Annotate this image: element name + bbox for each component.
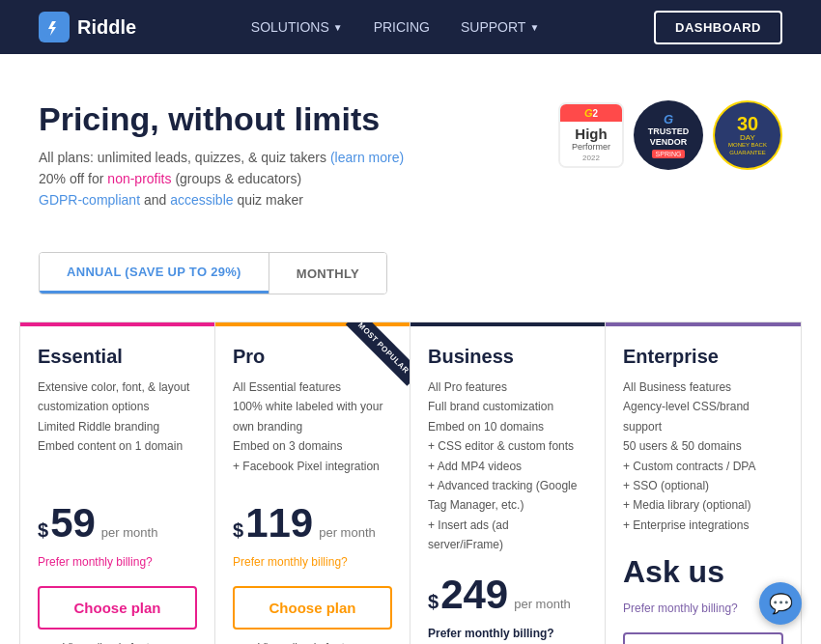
pricing-cards: Essential Extensive color, font, & layou… (19, 322, 802, 644)
money-back-badge: 30 DAY MONEY BACKGUARANTEE (713, 100, 782, 170)
pro-prefer: Prefer monthly billing? (233, 555, 392, 573)
business-period: per month (514, 597, 571, 611)
enterprise-features: All Business features Agency-level CSS/b… (623, 378, 783, 535)
nav-links: SOLUTIONS ▼ PRICING SUPPORT ▼ (251, 19, 540, 35)
enterprise-title: Enterprise (623, 346, 783, 368)
hero-tagline: All plans: unlimited leads, quizzes, & q… (39, 150, 404, 165)
hero-gdpr: GDPR-compliant and accessible quiz maker (39, 192, 404, 208)
essential-amount: 59 (50, 503, 96, 544)
essential-choose-button[interactable]: Choose plan (38, 586, 197, 630)
pro-card: MOST POPULAR Pro All Essential features … (215, 322, 410, 644)
solutions-caret: ▼ (333, 22, 343, 33)
pro-choose-button[interactable]: Choose plan (233, 586, 392, 630)
enterprise-contact-button[interactable]: Contact us (623, 632, 783, 644)
most-popular-label: MOST POPULAR (346, 322, 410, 386)
tv-g-letter: G (664, 112, 673, 126)
pro-dollar: $ (233, 519, 243, 542)
business-dollar: $ (428, 591, 439, 613)
chat-icon: 💬 (769, 592, 793, 615)
essential-title: Essential (38, 346, 197, 368)
support-caret: ▼ (529, 22, 539, 33)
essential-dollar: $ (38, 519, 48, 542)
most-popular-ribbon: MOST POPULAR (340, 322, 410, 392)
business-amount: 249 (440, 574, 508, 615)
money-guarantee-label: MONEY BACKGUARANTEE (728, 142, 767, 155)
logo[interactable]: Riddle (39, 12, 136, 42)
essential-bar (20, 322, 214, 326)
essential-prefer: Prefer monthly billing? (38, 555, 197, 573)
hero-discount: 20% off for non-profits (groups & educat… (39, 171, 404, 186)
pro-amount: 119 (245, 503, 313, 544)
hero-title: Pricing, without limits (39, 100, 404, 138)
g2-badge: G2 High Performer 2022 (558, 102, 624, 168)
pricing-section: Essential Extensive color, font, & layou… (0, 322, 821, 644)
g2-high-label: High (566, 126, 616, 142)
hero-section: Pricing, without limits All plans: unlim… (0, 54, 821, 233)
business-bar (410, 322, 605, 326)
navbar: Riddle SOLUTIONS ▼ PRICING SUPPORT ▼ DAS… (0, 0, 821, 54)
essential-card: Essential Extensive color, font, & layou… (20, 322, 215, 644)
essential-price: $ 59 per month (38, 503, 197, 544)
business-card: Business All Pro features Full brand cus… (410, 322, 606, 644)
enterprise-price: Ask us (623, 554, 783, 590)
chat-bubble[interactable]: 💬 (759, 582, 802, 625)
nav-support[interactable]: SUPPORT ▼ (461, 19, 539, 35)
nav-pricing[interactable]: PRICING (374, 19, 430, 35)
business-prefer: Prefer monthly billing? (428, 627, 587, 644)
billing-tabs: ANNUAL (SAVE UP TO 29%) MONTHLY (39, 252, 387, 294)
pro-features: All Essential features 100% white labele… (233, 378, 392, 484)
dashboard-button[interactable]: DASHBOARD (654, 11, 782, 44)
billing-tabs-section: ANNUAL (SAVE UP TO 29%) MONTHLY (0, 233, 821, 322)
business-price: $ 249 per month (428, 574, 587, 615)
trusted-vendor-badge: G TRUSTEDVENDOR SPRING (634, 100, 703, 170)
essential-features: Extensive color, font, & layout customiz… (38, 378, 197, 484)
hero-text: Pricing, without limits All plans: unlim… (39, 100, 404, 213)
spring-badge: SPRING (652, 150, 686, 158)
logo-text: Riddle (77, 16, 136, 39)
business-features: All Pro features Full brand customizatio… (428, 378, 587, 555)
logo-icon (39, 12, 70, 42)
pro-price: $ 119 per month (233, 503, 392, 544)
trusted-label: TRUSTEDVENDOR (648, 126, 690, 148)
g2-performer-label: Performer (566, 142, 616, 152)
monthly-tab[interactable]: MONTHLY (269, 253, 386, 294)
accessible-link[interactable]: accessible (170, 192, 233, 208)
business-title: Business (428, 346, 587, 368)
money-days: 30 (737, 114, 758, 133)
learn-more-link[interactable]: (learn more) (330, 150, 404, 165)
pro-period: per month (319, 525, 376, 540)
essential-period: per month (101, 525, 158, 540)
annual-tab[interactable]: ANNUAL (SAVE UP TO 29%) (40, 253, 269, 294)
badges-container: G2 High Performer 2022 G TRUSTEDVENDOR S… (558, 100, 782, 170)
money-day-label: DAY (740, 133, 755, 142)
g2-year-label: 2022 (566, 154, 616, 162)
enterprise-bar (606, 322, 801, 326)
nav-solutions[interactable]: SOLUTIONS ▼ (251, 19, 343, 35)
non-profits-link[interactable]: non-profits (107, 171, 171, 186)
gdpr-link[interactable]: GDPR-compliant (39, 192, 140, 208)
enterprise-ask: Ask us (623, 554, 783, 590)
